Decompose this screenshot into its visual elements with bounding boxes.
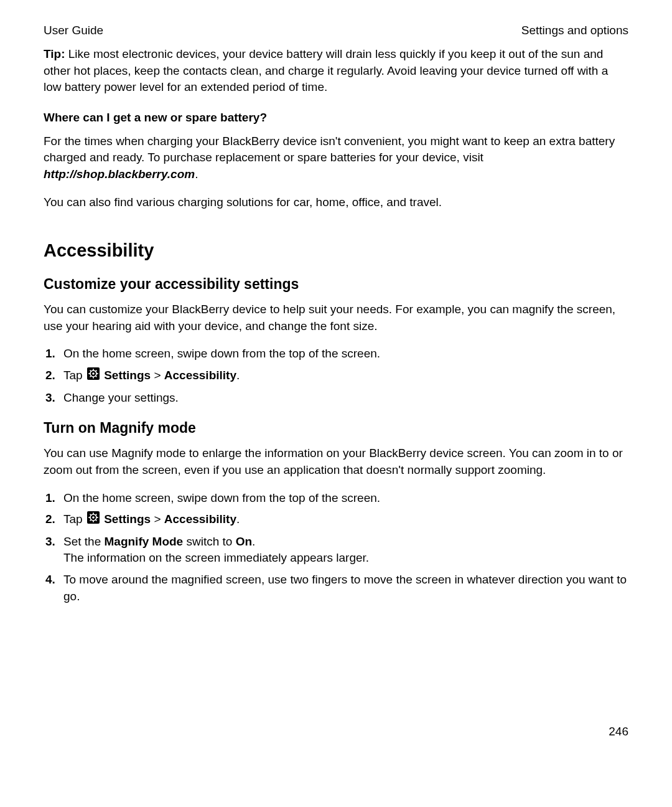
step2-gt: > <box>151 369 164 382</box>
step2-dot: . <box>236 369 240 382</box>
magnify-heading: Turn on Magnify mode <box>44 420 628 437</box>
battery-heading: Where can I get a new or spare battery? <box>44 111 628 125</box>
accessibility-title: Accessibility <box>44 240 628 261</box>
battery-link: http://shop.blackberry.com <box>44 168 195 181</box>
step2-settings: Settings <box>101 369 151 382</box>
mstep2-settings: Settings <box>101 512 151 526</box>
mstep2-text-a: Tap <box>63 512 86 526</box>
customize-step-2: Tap Settings > Accessibility. <box>58 367 628 385</box>
svg-point-13 <box>92 516 95 519</box>
customize-heading: Customize your accessibility settings <box>44 276 628 293</box>
header-right: Settings and options <box>521 24 628 37</box>
gear-icon <box>87 511 100 529</box>
magnify-step-4: To move around the magnified screen, use… <box>58 572 628 605</box>
magnify-step-3: Set the Magnify Mode switch to On. The i… <box>58 534 628 567</box>
step2-text-a: Tap <box>63 369 86 382</box>
mstep2-dot: . <box>236 512 240 526</box>
mstep3-c: switch to <box>183 535 235 548</box>
magnify-steps: On the home screen, swipe down from the … <box>44 490 628 605</box>
mstep3-e: . <box>252 535 255 548</box>
page-header: User Guide Settings and options <box>44 24 628 37</box>
header-left: User Guide <box>44 24 103 37</box>
magnify-intro: You can use Magnify mode to enlarge the … <box>44 445 628 478</box>
customize-step-3: Change your settings. <box>58 390 628 407</box>
magnify-step-2: Tap Settings > Accessibility. <box>58 511 628 529</box>
mstep3-note: The information on the screen immediatel… <box>63 551 369 564</box>
battery-paragraph-1: For the times when charging your BlackBe… <box>44 133 628 183</box>
svg-point-2 <box>92 372 95 375</box>
battery-p1-b: . <box>195 168 198 181</box>
battery-paragraph-2: You can also find various charging solut… <box>44 194 628 211</box>
mstep3-d: On <box>236 535 252 548</box>
magnify-step-1: On the home screen, swipe down from the … <box>58 490 628 507</box>
customize-step-1: On the home screen, swipe down from the … <box>58 346 628 362</box>
customize-intro: You can customize your BlackBerry device… <box>44 301 628 334</box>
tip-paragraph: Tip: Like most electronic devices, your … <box>44 46 628 96</box>
tip-text: Like most electronic devices, your devic… <box>44 47 608 93</box>
tip-label: Tip: <box>44 47 65 60</box>
mstep2-accessibility: Accessibility <box>164 512 236 526</box>
mstep3-a: Set the <box>63 535 105 548</box>
mstep2-gt: > <box>151 512 164 526</box>
mstep3-b: Magnify Mode <box>105 535 184 548</box>
gear-icon <box>87 367 100 385</box>
battery-p1-a: For the times when charging your BlackBe… <box>44 134 615 164</box>
document-page: User Guide Settings and options Tip: Lik… <box>0 0 672 807</box>
page-number: 246 <box>609 725 628 739</box>
customize-steps: On the home screen, swipe down from the … <box>44 346 628 406</box>
step2-accessibility: Accessibility <box>164 369 236 382</box>
